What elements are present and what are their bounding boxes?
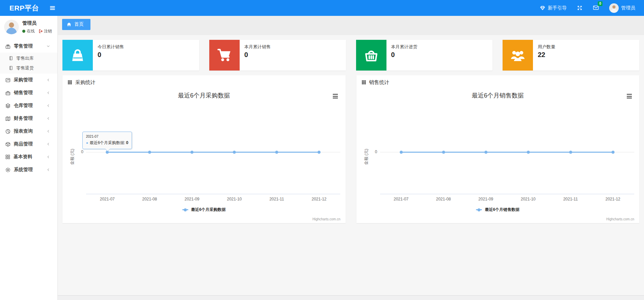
stat-card-value: 0: [391, 51, 418, 59]
top-navbar: ERP平台 新手引导 0 管理员: [0, 0, 644, 16]
stat-card: 今日累计销售0: [62, 40, 199, 71]
chevron-left-icon: [46, 168, 50, 172]
sidebar-item[interactable]: 基本资料: [0, 151, 57, 163]
grid4-icon: [5, 154, 10, 160]
main-content: 首页 今日累计销售0本月累计销售0本月累计进货0用户数量22 采购统计 最近6个…: [58, 16, 644, 300]
purchase-chart: 最近6个月采购数据0金额 (元)2021-072021-082021-09202…: [62, 88, 346, 223]
sidebar-item-label: 仓库管理: [14, 103, 33, 109]
footer-strip: [58, 295, 644, 300]
chart-menu-button[interactable]: [331, 93, 340, 100]
sidebar-item[interactable]: 财务管理: [0, 112, 57, 125]
tooltip-series-name: 最近6个月采购数据:: [89, 140, 125, 145]
mail-button[interactable]: 0: [593, 4, 599, 12]
th-grid-icon: [68, 80, 72, 85]
user-menu[interactable]: 管理员: [609, 3, 635, 13]
chevron-left-icon: [46, 104, 50, 108]
sidebar-item-label: 销售管理: [14, 90, 33, 96]
guide-label: 新手引导: [548, 5, 567, 11]
chart-plot-area: [62, 88, 346, 223]
chart-panels-row: 采购统计 最近6个月采购数据0金额 (元)2021-072021-082021-…: [62, 75, 639, 223]
sidebar-item[interactable]: 销售管理: [0, 86, 57, 99]
logout-label: 注销: [44, 28, 52, 34]
y-axis-tick-label: 0: [75, 149, 83, 154]
chevron-left-icon: [46, 91, 50, 95]
file-icon: [8, 56, 14, 61]
sidebar-item-label: 系统管理: [14, 167, 33, 173]
gear-icon: [5, 167, 11, 173]
brand-logo[interactable]: ERP平台: [9, 3, 39, 13]
sidebar: 管理员 在线 注销 零售管理零售出库零售退货采购管理销售管理仓库管理财务管理报表…: [0, 16, 58, 300]
data-point-marker: [611, 151, 614, 154]
username-label: 管理员: [621, 5, 635, 11]
data-point-marker: [318, 151, 321, 154]
x-axis-tick-label: 2021-09: [478, 197, 493, 201]
legend-label: 最近6个月采购数据: [191, 207, 226, 213]
data-point-marker: [400, 151, 403, 154]
stat-card-label: 今日累计销售: [98, 44, 124, 50]
chart-credits: Highcharts.com.cn: [606, 217, 634, 221]
chart-menu-button[interactable]: [625, 93, 633, 100]
legend-marker-icon: [182, 209, 188, 210]
avatar: [609, 3, 619, 13]
map-icon: [5, 116, 11, 121]
sidebar-item[interactable]: 报表查询: [0, 125, 57, 138]
sidebar-item[interactable]: 系统管理: [0, 163, 57, 176]
fullscreen-icon[interactable]: [577, 5, 583, 11]
tab-home[interactable]: 首页: [62, 19, 90, 30]
mail-badge: 0: [598, 1, 602, 6]
sidebar-subitem[interactable]: 零售出库: [0, 53, 57, 63]
tooltip-value: 0: [126, 140, 128, 145]
users-icon: [510, 47, 526, 63]
tooltip-body: ●最近6个月采购数据:0: [86, 140, 128, 146]
chevron-left-icon: [46, 78, 50, 82]
sync-icon: [5, 77, 11, 83]
stat-card: 用户数量22: [503, 40, 639, 71]
sidebar-submenu: 零售出库零售退货: [0, 53, 57, 74]
stat-card: 本月累计进货0: [356, 40, 493, 71]
stat-card-value: 0: [98, 51, 124, 59]
x-axis-tick-label: 2021-08: [142, 197, 157, 201]
legend-marker-icon: [476, 209, 482, 210]
pie-icon: [5, 129, 11, 134]
user-name: 管理员: [22, 20, 52, 26]
stat-card-value: 22: [538, 51, 555, 59]
gift-icon: [5, 44, 11, 49]
chevron-left-icon: [46, 155, 50, 159]
sidebar-subitem[interactable]: 零售退货: [0, 63, 57, 73]
legend-label: 最近6个月销售数据: [485, 207, 519, 213]
x-axis-tick-label: 2021-11: [563, 197, 578, 201]
data-point-marker: [442, 151, 445, 154]
th-grid-icon: [361, 80, 366, 85]
logout-button[interactable]: 注销: [38, 28, 52, 34]
guide-button[interactable]: 新手引导: [540, 5, 567, 11]
legend-item[interactable]: 最近6个月采购数据: [62, 207, 346, 213]
chevron-left-icon: [46, 116, 50, 120]
hamburger-icon[interactable]: [49, 5, 56, 11]
sidebar-item-label: 零售管理: [14, 43, 33, 49]
sidebar-item-label: 采购管理: [14, 77, 33, 83]
x-axis-tick-label: 2021-10: [521, 197, 536, 201]
sidebar-item[interactable]: 采购管理: [0, 74, 57, 86]
sidebar-item[interactable]: 商品管理: [0, 138, 57, 151]
data-point-marker: [148, 151, 151, 154]
tooltip-series-dot-icon: ●: [86, 141, 88, 145]
panel-title: 销售统计: [369, 79, 390, 86]
sidebar-item[interactable]: 仓库管理: [0, 99, 57, 112]
sales-chart: 最近6个月销售数据0金额 (元)2021-072021-082021-09202…: [356, 88, 640, 223]
chevron-down-icon: [46, 44, 50, 48]
bag-icon: [70, 47, 86, 63]
data-point-marker: [569, 151, 572, 154]
legend-item[interactable]: 最近6个月销售数据: [356, 207, 640, 213]
chart-title: 最近6个月采购数据: [62, 91, 346, 100]
sidebar-item-label: 基本资料: [14, 154, 32, 160]
chart-plot-area: [356, 88, 640, 223]
avatar: [4, 20, 19, 34]
sidebar-subitem-label: 零售出库: [16, 55, 34, 61]
online-status-label: 在线: [27, 28, 35, 34]
stat-card-label: 本月累计进货: [391, 44, 418, 50]
data-point-marker: [233, 151, 236, 154]
sidebar-item[interactable]: 零售管理: [0, 40, 57, 53]
x-axis-tick-label: 2021-09: [185, 197, 199, 201]
data-point-marker: [190, 151, 193, 154]
purchase-stats-panel: 采购统计 最近6个月采购数据0金额 (元)2021-072021-082021-…: [62, 75, 346, 223]
